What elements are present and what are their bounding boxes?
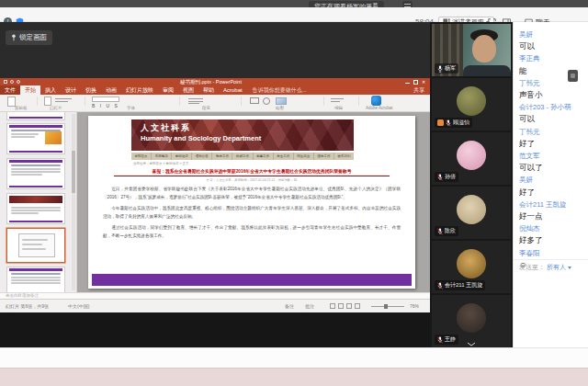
nav-item: 党建工作: [254, 153, 274, 160]
nav-item: 通知公告: [192, 153, 212, 160]
send-to-row[interactable]: 发送至： 所有人: [519, 263, 571, 272]
tell-me-box[interactable]: 告诉我你想要做什么...: [253, 86, 307, 95]
tab-acrobat[interactable]: Acrobat: [219, 85, 247, 95]
video-tile[interactable]: 陈欣: [432, 187, 511, 239]
mic-muted-icon: [437, 336, 443, 344]
tab-insert[interactable]: 插入: [40, 85, 61, 95]
tab-design[interactable]: 设计: [61, 85, 81, 95]
slide-thumbnail[interactable]: [7, 112, 64, 119]
zoom-slider-knob[interactable]: [384, 304, 388, 309]
nav-item: 新闻动态: [172, 153, 192, 160]
ppt-ribbon: B I U S 剪贴板 幻灯片 字体 段落 绘图 编辑: [0, 95, 430, 112]
chat-message: 可以了: [519, 162, 586, 174]
slide-thumbnail-panel[interactable]: [0, 112, 77, 292]
send-to-label: 发送至：: [519, 263, 545, 272]
slide-thumbnail[interactable]: [7, 159, 64, 188]
article-title: 喜报：我系在全省暑期社会实践评选中荣获2016年全省大中专学生暑期社会实践活动优…: [97, 168, 406, 174]
avatar: [457, 303, 486, 333]
meeting-header: ! 58:04 演讲者视图 聊天: [0, 7, 588, 22]
chat-message: 好一点: [519, 210, 586, 222]
shape-rect-icon[interactable]: [250, 97, 259, 104]
video-tile[interactable]: 王静: [432, 295, 511, 347]
maximize-icon[interactable]: [413, 80, 418, 85]
tab-help[interactable]: 帮助: [198, 85, 219, 95]
mic-muted-icon: [437, 174, 443, 181]
chat-message-list[interactable]: 吴妍 可以 李正典 能 丁韩元 声音小 会计203 - 孙小萌 可以 丁韩元 好…: [519, 28, 586, 271]
thumbnail-scrollbar[interactable]: [72, 114, 75, 290]
minimize-icon[interactable]: [405, 80, 410, 84]
chevron-down-icon: [568, 267, 571, 269]
chat-message: 好了: [519, 187, 586, 199]
tab-animations[interactable]: 动画: [101, 85, 121, 95]
tab-file[interactable]: 文件: [0, 85, 20, 95]
mic-muted-icon: [437, 228, 443, 235]
participant-video-column: 杨军 顾溢怡 孙倩 陈欣: [430, 22, 513, 347]
webpage-navbar: 学院首页 系部概况 新闻动态 通知公告 教学工作 科研工作 党建工作 学生工作 …: [131, 153, 354, 160]
redo-icon[interactable]: [17, 80, 20, 84]
slide-thumbnail[interactable]: [7, 194, 64, 223]
chat-message: 声音小: [519, 89, 586, 101]
adobe-pdf-icon[interactable]: [371, 96, 381, 106]
chat-message: 好多了: [519, 234, 586, 246]
slide-thumbnail[interactable]: [7, 267, 64, 292]
article-body: 近日，共青团省委学校部、省学联秘书处联合下发《关于表彰2016年全省大中专学生暑…: [103, 185, 401, 243]
slide-thumbnail[interactable]: [7, 124, 64, 153]
close-icon[interactable]: ✕: [422, 80, 426, 85]
nav-item: 学生工作: [274, 153, 294, 160]
participant-name: 孙倩: [445, 173, 456, 181]
chat-floating-badge[interactable]: [568, 70, 578, 82]
chat-message: 可以: [519, 113, 586, 125]
nav-item: 教学工作: [212, 153, 232, 160]
send-to-value[interactable]: 所有人: [547, 263, 566, 272]
video-tile[interactable]: 会计211 王凯旋: [432, 241, 511, 293]
video-tile[interactable]: 杨军: [432, 24, 511, 76]
group-font-label: 字体: [127, 106, 135, 110]
zoom-slider[interactable]: [371, 306, 404, 307]
avatar: [457, 249, 486, 278]
notes-toggle[interactable]: 备注: [285, 303, 294, 309]
tab-review[interactable]: 审阅: [158, 85, 178, 95]
shared-screen-area: 锁定画面 秘书期刊.pptx - PowerPoint ✕ 文件 开始 插入 设…: [0, 22, 430, 347]
mic-muted-icon: [437, 282, 443, 290]
nav-item: 学院首页: [131, 153, 152, 160]
chat-input[interactable]: [514, 278, 588, 347]
quick-styles-icon[interactable]: [276, 97, 287, 105]
video-tile[interactable]: 孙倩: [432, 132, 511, 185]
chat-message: 可以: [519, 40, 586, 52]
view-buttons[interactable]: [327, 302, 360, 309]
tab-view[interactable]: 视图: [178, 85, 198, 95]
participant-name: 顾溢怡: [453, 119, 469, 127]
chat-sender: 丁韩元: [519, 126, 586, 138]
chat-sender: 范文军: [519, 150, 586, 162]
group-editing-label: 编辑: [334, 106, 343, 110]
shape-circle-icon[interactable]: [263, 97, 270, 105]
participant-name: 会计211 王凯旋: [445, 281, 482, 290]
slide-canvas[interactable]: 人文社科系 Humanity and Sociology Department …: [88, 116, 415, 289]
bold-italic-underline-icons[interactable]: B I U S: [92, 103, 119, 108]
banner-title-en: Humanity and Sociology Department: [141, 134, 261, 142]
tab-slideshow[interactable]: 幻灯片放映: [121, 85, 158, 95]
video-tile[interactable]: 顾溢怡: [432, 78, 511, 131]
tab-home[interactable]: 开始: [20, 85, 40, 95]
chat-sender: 吴妍: [519, 174, 586, 186]
chat-sender: 会计203 - 孙小萌: [519, 101, 586, 113]
participant-name: 陈欣: [445, 227, 456, 235]
ppt-share-button[interactable]: 共享: [413, 85, 424, 95]
save-icon[interactable]: [4, 80, 7, 84]
undo-icon[interactable]: [10, 80, 14, 84]
group-paragraph-label: 段落: [202, 106, 210, 110]
chevron-down-icon[interactable]: [467, 342, 476, 346]
ppt-notes-pane[interactable]: 单击此处添加备注: [0, 292, 430, 299]
ppt-status-bar: 幻灯片 第6张，共9张 中文(中国) 备注 批注 76%: [0, 299, 430, 312]
slide-thumbnail-selected[interactable]: [7, 229, 64, 262]
lock-screen-button[interactable]: 锁定画面: [6, 30, 52, 45]
new-slide-icon[interactable]: [44, 96, 51, 106]
chat-sender: 李正典: [519, 52, 586, 64]
tab-transitions[interactable]: 切换: [81, 85, 101, 95]
nav-item: 科研工作: [232, 153, 253, 160]
zoom-percent[interactable]: 76%: [410, 303, 419, 309]
comments-toggle[interactable]: 批注: [305, 303, 314, 309]
participant-name: 王静: [445, 335, 456, 344]
font-name-box[interactable]: [92, 96, 119, 102]
host-badge-icon: [437, 119, 444, 126]
